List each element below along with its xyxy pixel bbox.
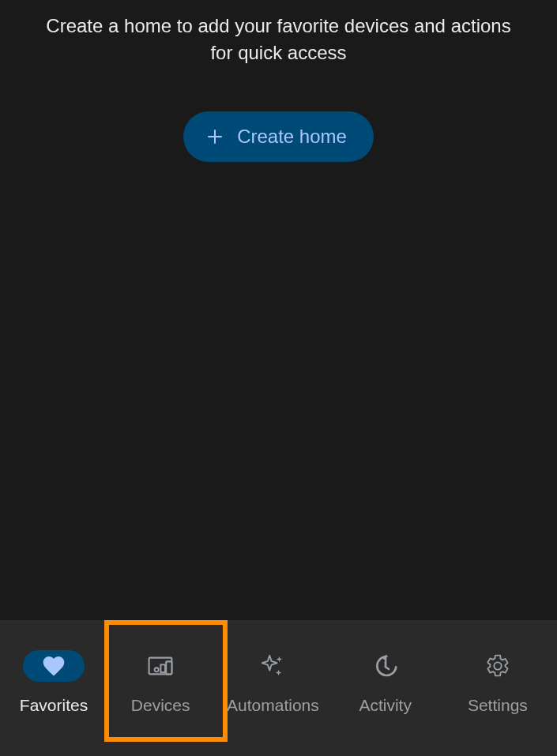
nav-favorites-label: Favorites [20, 696, 88, 715]
nav-devices-label: Devices [131, 696, 190, 715]
history-icon [373, 653, 398, 679]
nav-devices-pill [130, 650, 191, 682]
nav-settings-label: Settings [468, 696, 528, 715]
nav-automations-label: Automations [227, 696, 319, 715]
devices-icon [148, 653, 173, 679]
create-home-label: Create home [237, 126, 347, 148]
svg-rect-3 [166, 661, 171, 674]
nav-activity-pill [355, 650, 416, 682]
nav-favorites-pill [23, 650, 85, 682]
svg-point-1 [155, 668, 159, 671]
nav-activity-label: Activity [359, 696, 412, 715]
nav-automations[interactable]: Automations [216, 639, 329, 715]
empty-state-message: Create a home to add your favorite devic… [18, 13, 540, 66]
create-home-button[interactable]: Create home [183, 111, 374, 162]
nav-devices[interactable]: Devices [104, 639, 216, 715]
nav-activity[interactable]: Activity [329, 639, 442, 715]
sparkle-icon [260, 653, 285, 679]
gear-icon [485, 653, 510, 679]
svg-rect-2 [161, 664, 166, 672]
heart-icon [41, 653, 66, 679]
plus-icon [205, 127, 224, 146]
bottom-nav: Favorites Devices [0, 620, 557, 756]
nav-settings-pill [467, 650, 529, 682]
nav-favorites[interactable]: Favorites [3, 639, 104, 715]
nav-settings[interactable]: Settings [442, 639, 554, 715]
main-content: Create a home to add your favorite devic… [0, 0, 557, 620]
nav-automations-pill [242, 650, 303, 682]
